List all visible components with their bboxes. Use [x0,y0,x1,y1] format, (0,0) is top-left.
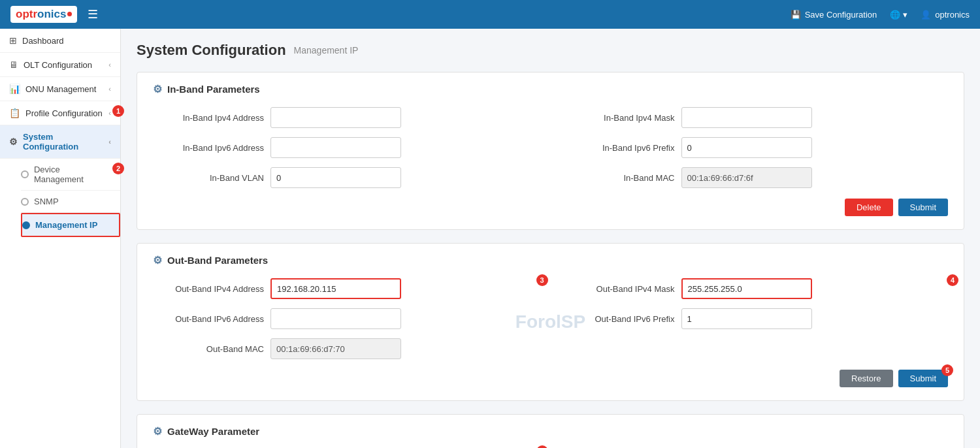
outband-btn-row: Restore Submit 5 [153,370,948,387]
sidebar-item-onu-mgmt[interactable]: 📊 ONU Management ‹ [0,77,120,101]
system-icon: ⚙ [9,136,18,147]
chevron-icon: ‹ [108,109,111,117]
outband-ipv6-addr-input[interactable] [270,308,401,329]
sidebar-label-device-mgmt: Device Management [34,165,111,184]
dashboard-icon: ⊞ [9,35,17,46]
outband-mac-input [270,338,401,359]
chevron-icon: ‹ [108,138,111,146]
save-configuration-button[interactable]: 💾 Save Configuration [791,10,877,20]
outband-ipv6-addr-row: Out-Band IPv6 Address [153,308,538,329]
inband-btn-row: Delete Submit [153,199,948,216]
onu-icon: 📊 [9,84,20,94]
navbar: optronics ☰ 💾 Save Configuration 🌐 ▾ 👤 o… [0,0,980,29]
language-selector[interactable]: 🌐 ▾ [890,10,907,20]
inband-mac-input [681,167,812,188]
inband-ipv4-mask-label: In-Band Ipv4 Mask [564,113,675,123]
badge-4: 4 [947,274,958,286]
outband-mac-label: Out-Band MAC [153,344,264,354]
navbar-right: 💾 Save Configuration 🌐 ▾ 👤 optronics [791,10,970,20]
outband-restore-button[interactable]: Restore [840,370,893,387]
outband-ipv4-addr-row: Out-Band IPv4 Address 3 [153,278,538,299]
outband-section: ⚙ Out-Band Parameters ForolSP Out-Band I… [137,243,964,401]
circle-icon [21,170,29,178]
inband-vlan-input[interactable] [270,167,401,188]
logo-onics: onics [37,8,66,21]
profile-icon: 📋 [9,108,20,118]
outband-submit-button[interactable]: Submit [898,370,948,387]
inband-ipv4-addr-input[interactable] [270,107,401,128]
sidebar-item-snmp[interactable]: SNMP [21,191,120,213]
user-menu[interactable]: 👤 optronics [921,10,970,20]
inband-section: ⚙ In-Band Parameters In-Band Ipv4 Addres… [137,72,964,230]
page-header: System Configuration Management IP [137,42,964,59]
outband-ipv4-mask-input[interactable] [681,278,812,299]
globe-icon: 🌐 [890,10,900,20]
outband-ipv4-addr-label: Out-Band IPv4 Address [153,284,264,294]
outband-ipv6-prefix-label: Out-Band IPv6 Prefix [564,314,675,324]
inband-delete-button[interactable]: Delete [845,199,893,216]
chevron-icon: ‹ [108,85,111,93]
sidebar-sub-menu: Device Management 2 SNMP Management IP [0,159,120,237]
outband-header: ⚙ Out-Band Parameters [153,254,948,266]
sidebar-label-dashboard: Dashboard [22,36,64,46]
sidebar-label-mgmt-ip: Management IP [35,220,97,230]
outband-icon: ⚙ [153,254,162,266]
username-label: optronics [935,10,970,20]
sidebar-label-snmp: SNMP [34,197,59,206]
outband-ipv6-prefix-row: Out-Band IPv6 Prefix [564,308,949,329]
inband-ipv6-prefix-label: In-Band Ipv6 Prefix [564,143,675,153]
inband-ipv4-addr-row: In-Band Ipv4 Address [153,107,538,128]
sidebar-label-profile: Profile Configuration [25,108,103,118]
badge-6: 6 [536,445,548,448]
user-icon: 👤 [921,10,931,20]
inband-header: ⚙ In-Band Parameters [153,83,948,95]
inband-ipv6-prefix-input[interactable] [681,137,812,158]
sidebar-item-system-config[interactable]: ⚙ System Configuration ‹ [0,125,120,159]
sidebar-label-onu: ONU Management [25,84,96,94]
inband-ipv6-addr-row: In-Band Ipv6 Address [153,137,538,158]
layout: ⊞ Dashboard 🖥 OLT Configuration ‹ 📊 ONU … [0,29,980,448]
inband-ipv6-addr-input[interactable] [270,137,401,158]
inband-ipv4-mask-input[interactable] [681,107,812,128]
sidebar: ⊞ Dashboard 🖥 OLT Configuration ‹ 📊 ONU … [0,29,121,448]
navbar-left: optronics ☰ [10,6,98,23]
gateway-header: ⚙ GateWay Parameter [153,425,948,438]
page-breadcrumb: Management IP [294,45,359,56]
gateway-title: GateWay Parameter [167,426,259,437]
outband-submit-wrapper: Submit 5 [898,370,948,387]
inband-icon: ⚙ [153,83,162,95]
inband-ipv6-addr-label: In-Band Ipv6 Address [153,143,264,153]
outband-ipv4-mask-label: Out-Band IPv4 Mask [564,284,675,294]
logo: optronics [10,6,77,23]
inband-ipv6-prefix-row: In-Band Ipv6 Prefix [564,137,949,158]
main-content: System Configuration Management IP ⚙ In-… [121,29,980,448]
sidebar-item-profile-config[interactable]: 📋 Profile Configuration ‹ 1 [0,101,120,125]
sidebar-item-device-mgmt[interactable]: Device Management 2 [21,159,120,191]
logo-dot [67,12,72,16]
outband-ipv4-mask-row: Out-Band IPv4 Mask 4 [564,278,949,299]
inband-ipv4-addr-label: In-Band Ipv4 Address [153,113,264,123]
sidebar-label-system: System Configuration [23,132,108,152]
badge-3: 3 [536,274,548,286]
save-label: Save Configuration [805,10,877,20]
inband-vlan-label: In-Band VLAN [153,173,264,183]
sidebar-item-dashboard[interactable]: ⊞ Dashboard [0,29,120,53]
chevron-icon: ‹ [108,61,111,69]
circle-active-icon [22,221,30,229]
olt-icon: 🖥 [9,59,18,70]
sidebar-item-olt-config[interactable]: 🖥 OLT Configuration ‹ [0,53,120,77]
hamburger-icon[interactable]: ☰ [88,7,98,22]
gateway-icon: ⚙ [153,425,162,438]
chevron-down-icon: ▾ [903,10,907,20]
save-icon: 💾 [791,10,801,20]
outband-ipv4-addr-input[interactable] [270,278,401,299]
page-title: System Configuration [137,42,286,59]
sidebar-label-olt: OLT Configuration [24,60,92,70]
inband-ipv4-mask-row: In-Band Ipv4 Mask [564,107,949,128]
logo-opt: opt [16,8,33,21]
inband-mac-row: In-Band MAC [564,167,949,188]
inband-submit-button[interactable]: Submit [898,199,948,216]
outband-ipv6-prefix-input[interactable] [681,308,812,329]
sidebar-item-management-ip[interactable]: Management IP [21,213,120,237]
inband-form: In-Band Ipv4 Address In-Band Ipv4 Mask I… [153,107,948,188]
